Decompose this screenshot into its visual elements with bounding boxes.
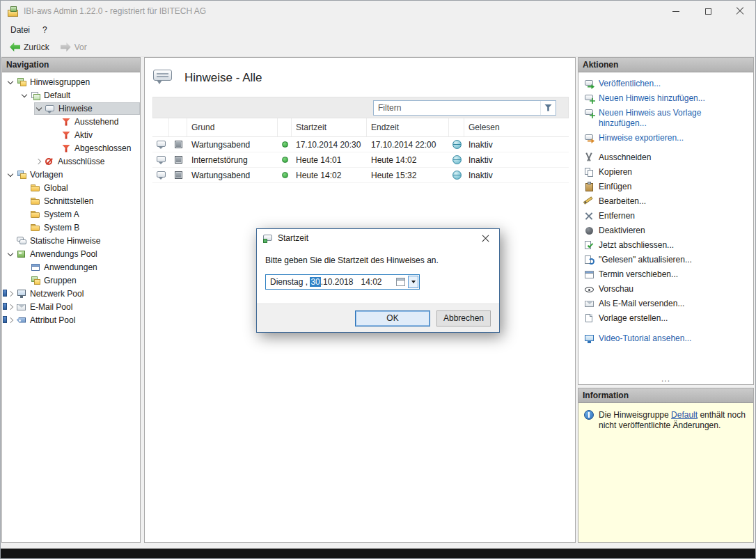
column-header-startzeit[interactable]: Startzeit — [292, 118, 367, 136]
tree-item-label: Anwendungs Pool — [30, 249, 97, 259]
table-row[interactable]: Internetstörung Heute 14:01 Heute 14:02 … — [152, 152, 569, 168]
tree-item-gruppen[interactable]: Gruppen — [2, 274, 140, 287]
expand-chevron-icon[interactable] — [6, 170, 16, 180]
action-jetzt-abschliessen[interactable]: Jetzt abschliessen... — [584, 238, 750, 253]
filter-input-wrap[interactable] — [373, 100, 556, 116]
menu-help[interactable]: ? — [36, 24, 54, 36]
tree-item-hinweise[interactable]: Hinweise — [2, 102, 140, 115]
date-month-year[interactable]: .10.2018 — [321, 277, 354, 287]
expand-chevron-icon[interactable] — [34, 157, 44, 166]
action-als-email-versenden[interactable]: Als E-Mail versenden... — [584, 297, 750, 311]
tree-item-aktiv[interactable]: Aktiv — [2, 128, 140, 141]
tree-item-global[interactable]: Global — [2, 181, 140, 194]
action-hinweise-exportieren[interactable]: Hinweise exportieren... — [584, 131, 750, 145]
gelesen-globe-icon — [452, 155, 462, 164]
action-gelesen-aktualisieren[interactable]: "Gelesen" aktualisieren... — [584, 253, 750, 267]
expand-chevron-icon[interactable] — [6, 249, 16, 259]
tree-item-system-a[interactable]: System A — [2, 207, 140, 221]
action-neuen-hinweis-hinzufuegen[interactable]: Neuen Hinweis hinzufügen... — [584, 91, 750, 106]
back-arrow-icon — [10, 42, 20, 52]
action-bearbeiten[interactable]: Bearbeiten... — [584, 194, 750, 209]
expand-chevron-icon — [20, 183, 30, 193]
action-veroeffentlichen[interactable]: Veröffentlichen... — [584, 77, 750, 91]
filter-input[interactable] — [374, 103, 540, 113]
tree-item-netzwerk-pool[interactable]: Netzwerk Pool — [2, 287, 140, 300]
expand-chevron-icon[interactable] — [6, 77, 16, 87]
tree-item-label: Ausstehend — [74, 117, 118, 127]
status-active-icon — [282, 141, 288, 148]
table-header[interactable]: Grund Startzeit Endzeit Gelesen — [152, 118, 569, 137]
action-ausschneiden[interactable]: Ausschneiden — [584, 150, 750, 165]
table-row[interactable]: Wartungsabend Heute 14:02 Heute 15:32 In… — [152, 168, 569, 183]
date-time[interactable]: 14:02 — [361, 277, 381, 287]
expand-chevron-icon — [20, 210, 30, 219]
back-button[interactable]: Zurück — [4, 40, 55, 54]
tree-item-anwendungen[interactable]: Anwendungen — [2, 260, 140, 274]
tree-item-attribut-pool[interactable]: Attribut Pool — [2, 313, 140, 326]
expand-chevron-icon[interactable] — [35, 104, 45, 113]
action-kopieren[interactable]: Kopieren — [584, 165, 750, 180]
forward-button[interactable]: Vor — [55, 40, 93, 54]
tree-item-statische-hinweise[interactable]: Statische Hinweise — [2, 234, 140, 247]
action-video-tutorial[interactable]: Video-Tutorial ansehen... — [584, 331, 750, 346]
column-header-endzeit[interactable]: Endzeit — [367, 118, 449, 136]
dialog-titlebar[interactable]: Startzeit — [257, 229, 499, 247]
tree-item-label: Netzwerk Pool — [30, 289, 84, 299]
column-header-gelesen[interactable]: Gelesen — [464, 118, 569, 136]
action-deaktivieren[interactable]: Deaktivieren — [584, 223, 750, 238]
actions-more-indicator[interactable]: ... — [578, 374, 753, 384]
maximize-button[interactable] — [692, 0, 724, 22]
action-vorschau[interactable]: Vorschau — [584, 282, 750, 297]
actions-list: Veröffentlichen... Neuen Hinweis hinzufü… — [578, 72, 753, 384]
tree-item-system-b[interactable]: System B — [2, 221, 140, 234]
reschedule-icon — [584, 269, 594, 280]
expand-chevron-icon — [6, 236, 16, 246]
tree-item-default[interactable]: Default — [2, 88, 140, 102]
table-row[interactable]: Wartungsabend 17.10.2014 20:30 17.10.201… — [152, 137, 569, 152]
action-einfuegen[interactable]: Einfügen — [584, 180, 750, 194]
tree-item-abgeschlossen[interactable]: Abgeschlossen — [2, 141, 140, 155]
tree-item-schnittstellen[interactable]: Schnittstellen — [2, 194, 140, 207]
date-dropdown-button[interactable] — [408, 276, 418, 288]
column-header-icon2[interactable] — [169, 118, 187, 136]
tree-item-hinweisgruppen[interactable]: Hinweisgruppen — [2, 75, 140, 88]
action-entfernen[interactable]: Entfernen — [584, 209, 750, 223]
add-hint-template-icon — [584, 108, 594, 118]
filter-funnel-icon[interactable] — [540, 101, 556, 115]
column-header-status[interactable] — [278, 118, 292, 136]
action-termin-verschieben[interactable]: Termin verschieben... — [584, 267, 750, 282]
column-header-grund[interactable]: Grund — [187, 118, 278, 136]
menu-datei[interactable]: Datei — [4, 24, 36, 36]
action-neuen-hinweis-aus-vorlage[interactable]: Neuen Hinweis aus Vorlage hinzufügen... — [584, 106, 750, 131]
column-header-icon1[interactable] — [152, 118, 169, 136]
tree-item-vorlagen[interactable]: Vorlagen — [2, 168, 140, 181]
date-time-picker[interactable]: Dienstag , 30.10.201814:02 — [265, 274, 420, 290]
send-email-icon — [584, 299, 594, 309]
tree-item-ausstehend[interactable]: Ausstehend — [2, 115, 140, 128]
expand-chevron-icon[interactable] — [20, 90, 30, 100]
default-group-link[interactable]: Default — [671, 410, 698, 420]
tree-item-label: Abgeschlossen — [74, 143, 131, 153]
tree-item-label: System A — [44, 210, 79, 219]
tree-item-anwendungs-pool[interactable]: Anwendungs Pool — [2, 247, 140, 260]
navigation-panel: Navigation Hinweisgruppen Default Hinwei… — [1, 57, 141, 543]
close-button[interactable] — [724, 0, 756, 22]
action-vorlage-erstellen[interactable]: Vorlage erstellen... — [584, 311, 750, 326]
information-body: Die Hinweisgruppe Default enthält noch n… — [578, 403, 753, 431]
expand-chevron-icon[interactable] — [6, 315, 16, 325]
date-weekday[interactable]: Dienstag — [270, 277, 303, 287]
column-header-globe[interactable] — [449, 118, 464, 136]
minimize-button[interactable] — [660, 0, 692, 22]
cancel-button[interactable]: Abbrechen — [436, 310, 491, 326]
maximize-icon — [705, 8, 711, 15]
close-icon — [736, 7, 744, 15]
expand-chevron-icon[interactable] — [6, 302, 16, 312]
expand-chevron-icon[interactable] — [6, 289, 16, 299]
dialog-close-button[interactable] — [471, 229, 499, 247]
tree-item-e-mail-pool[interactable]: E-Mail Pool — [2, 300, 140, 313]
date-day-selected[interactable]: 30 — [310, 277, 320, 287]
email-pool-icon — [16, 301, 27, 313]
ok-button[interactable]: OK — [355, 310, 430, 326]
tree-item-ausschluesse[interactable]: Ausschlüsse — [2, 155, 140, 168]
hints-table: Grund Startzeit Endzeit Gelesen Wartungs… — [152, 97, 569, 183]
